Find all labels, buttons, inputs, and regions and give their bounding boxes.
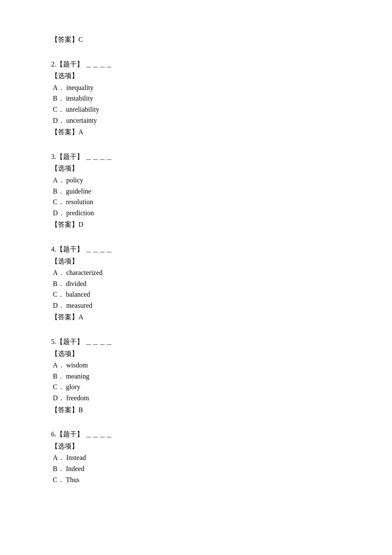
question-header-6: 6.【题干】 ＿＿＿＿: [51, 429, 341, 440]
option-4-B．: B． divided: [51, 278, 341, 289]
initial-answer: 【答案】C: [51, 34, 341, 45]
question-header-5: 5.【题干】 ＿＿＿＿: [51, 336, 341, 347]
questions-container: 2.【题干】 ＿＿＿＿【选项】A． inequalityB． instabili…: [51, 59, 341, 486]
option-3-C．: C． resolution: [51, 197, 341, 208]
initial-answer-value: C: [78, 36, 83, 43]
option-5-D．: D． freedom: [51, 393, 341, 404]
options-header-6: 【选项】: [51, 441, 341, 452]
option-3-A．: A． policy: [51, 175, 341, 186]
option-5-B．: B． meaning: [51, 371, 341, 382]
answer-3: 【答案】D: [51, 219, 341, 230]
option-2-B．: B． instability: [51, 93, 341, 104]
question-block-2: 2.【题干】 ＿＿＿＿【选项】A． inequalityB． instabili…: [51, 59, 341, 138]
question-header-4: 4.【题干】 ＿＿＿＿: [51, 244, 341, 255]
option-6-A．: A． Instead: [51, 452, 341, 463]
question-block-4: 4.【题干】 ＿＿＿＿【选项】A． characterizedB． divide…: [51, 244, 341, 323]
option-2-C．: C． unreliability: [51, 104, 341, 115]
option-4-A．: A． characterized: [51, 267, 341, 278]
option-5-A．: A． wisdom: [51, 360, 341, 371]
option-4-D．: D． measured: [51, 300, 341, 311]
option-3-B．: B． guideline: [51, 186, 341, 197]
option-4-C．: C． balanced: [51, 289, 341, 300]
answer-2: 【答案】A: [51, 127, 341, 138]
options-header-5: 【选项】: [51, 348, 341, 359]
initial-answer-label: 【答案】: [51, 36, 78, 43]
question-block-3: 3.【题干】 ＿＿＿＿【选项】A． policyB． guidelineC． r…: [51, 151, 341, 230]
option-2-D．: D． uncertainty: [51, 115, 341, 126]
question-header-3: 3.【题干】 ＿＿＿＿: [51, 151, 341, 162]
option-3-D．: D． prediction: [51, 208, 341, 219]
answer-5: 【答案】B: [51, 405, 341, 416]
option-6-B．: B． Indeed: [51, 463, 341, 474]
option-6-C．: C． Thus: [51, 474, 341, 486]
answer-4: 【答案】A: [51, 312, 341, 323]
question-block-6: 6.【题干】 ＿＿＿＿【选项】A． InsteadB． IndeedC． Thu…: [51, 429, 341, 485]
options-header-3: 【选项】: [51, 163, 341, 174]
options-header-2: 【选项】: [51, 70, 341, 81]
question-header-2: 2.【题干】 ＿＿＿＿: [51, 59, 341, 70]
option-5-C．: C． glory: [51, 382, 341, 393]
question-block-5: 5.【题干】 ＿＿＿＿【选项】A． wisdomB． meaningC． glo…: [51, 336, 341, 415]
option-2-A．: A． inequality: [51, 82, 341, 93]
options-header-4: 【选项】: [51, 256, 341, 267]
